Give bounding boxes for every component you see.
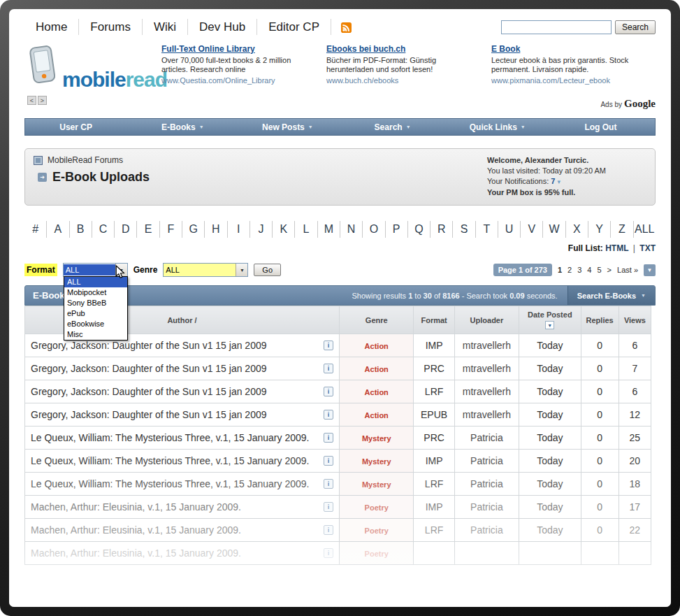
page-number-link[interactable]: 3: [577, 266, 581, 274]
sort-descending-icon[interactable]: ▼: [545, 321, 554, 329]
ad-url-link[interactable]: www.pixmania.com/Lecteur_ebook: [491, 76, 610, 85]
ad-url-link[interactable]: www.Questia.com/Online_Library: [161, 76, 275, 85]
menu-item[interactable]: Log Out: [550, 119, 655, 135]
menu-item[interactable]: Search ▼: [340, 119, 445, 135]
go-button[interactable]: Go: [254, 264, 281, 276]
format-option[interactable]: Misc: [64, 329, 127, 340]
uploader-link[interactable]: mtravellerh: [463, 363, 511, 374]
ad-pager-prev-button[interactable]: <: [27, 96, 36, 105]
full-list-html-link[interactable]: HTML: [605, 243, 628, 253]
format-option[interactable]: eBookwise: [64, 319, 127, 329]
alphabet-link[interactable]: Q: [408, 221, 431, 238]
notifications-link[interactable]: 7: [551, 177, 555, 185]
alphabet-link[interactable]: Y: [588, 221, 611, 238]
alphabet-link[interactable]: U: [498, 221, 521, 238]
alphabet-link[interactable]: W: [543, 221, 565, 238]
alphabet-link[interactable]: J: [250, 221, 273, 238]
book-title-link[interactable]: Machen, Arthur: Eleusinia, v.1, 15 Janua…: [31, 501, 318, 513]
book-title-link[interactable]: Gregory, Jackson: Daughter of the Sun v1…: [31, 339, 318, 352]
alphabet-link[interactable]: C: [92, 221, 115, 238]
book-title-link[interactable]: Gregory, Jackson: Daughter of the Sun v1…: [31, 385, 318, 398]
alphabet-link[interactable]: G: [182, 221, 205, 238]
alphabet-link[interactable]: P: [386, 221, 408, 238]
book-title-link[interactable]: Gregory, Jackson: Daughter of the Sun v1…: [31, 408, 318, 421]
top-nav-link[interactable]: Wiki: [143, 19, 188, 35]
page-number-link[interactable]: 2: [567, 266, 572, 274]
ad-url-link[interactable]: www.buch.ch/ebooks: [326, 76, 398, 85]
alphabet-link[interactable]: F: [160, 221, 182, 238]
alphabet-link[interactable]: R: [431, 221, 453, 238]
uploader-link[interactable]: Patricia: [470, 501, 503, 513]
alphabet-link[interactable]: K: [273, 221, 295, 238]
alphabet-link[interactable]: A: [47, 221, 69, 238]
alphabet-link[interactable]: #: [24, 221, 47, 238]
ad-title-link[interactable]: Ebooks bei buch.ch: [326, 44, 405, 54]
site-logo[interactable]: mobileread < >: [24, 44, 161, 107]
info-icon[interactable]: i: [324, 410, 333, 420]
ad-title-link[interactable]: Full-Text Online Library: [161, 44, 255, 54]
uploader-link[interactable]: mtravellerh: [463, 340, 511, 351]
alphabet-link[interactable]: T: [476, 221, 498, 238]
info-icon[interactable]: i: [324, 479, 333, 489]
book-title-link[interactable]: Machen, Arthur: Eleusinia, v.1, 15 Janua…: [31, 524, 318, 536]
uploader-link[interactable]: mtravellerh: [463, 386, 511, 397]
alphabet-link[interactable]: I: [228, 221, 250, 238]
alphabet-link[interactable]: L: [295, 221, 317, 238]
top-nav-link[interactable]: Dev Hub: [188, 19, 257, 35]
info-icon[interactable]: i: [324, 548, 333, 558]
alphabet-link[interactable]: N: [340, 221, 363, 238]
format-option[interactable]: ePub: [64, 308, 127, 319]
alphabet-link[interactable]: B: [70, 221, 92, 238]
column-header-replies[interactable]: Replies: [581, 306, 618, 334]
dropdown-arrow-icon[interactable]: ▼: [236, 264, 247, 276]
alphabet-link[interactable]: E: [137, 221, 159, 238]
info-icon[interactable]: i: [324, 525, 333, 535]
full-list-txt-link[interactable]: TXT: [639, 243, 656, 253]
column-header-format[interactable]: Format: [414, 306, 454, 334]
search-input[interactable]: [501, 20, 612, 34]
info-icon[interactable]: i: [324, 341, 333, 350]
info-icon[interactable]: i: [324, 456, 333, 466]
page-number-link[interactable]: 5: [597, 266, 601, 274]
genre-select[interactable]: ALL ▼: [163, 263, 248, 277]
uploader-link[interactable]: Patricia: [470, 524, 503, 536]
alphabet-link[interactable]: O: [363, 221, 385, 238]
info-icon[interactable]: i: [324, 502, 333, 512]
page-number-link[interactable]: 4: [587, 266, 591, 274]
info-icon[interactable]: i: [324, 387, 333, 396]
alphabet-link[interactable]: Z: [611, 221, 633, 238]
info-icon[interactable]: i: [324, 433, 333, 443]
uploader-link[interactable]: mtravellerh: [463, 409, 511, 420]
alphabet-link[interactable]: ALL: [634, 221, 656, 238]
menu-item[interactable]: Quick Links ▼: [445, 119, 550, 135]
alphabet-link[interactable]: D: [115, 221, 137, 238]
alphabet-link[interactable]: S: [453, 221, 475, 238]
book-title-link[interactable]: Le Queux, William: The Mysterious Three,…: [31, 454, 318, 467]
alphabet-link[interactable]: H: [205, 221, 227, 238]
book-title-link[interactable]: Gregory, Jackson: Daughter of the Sun v1…: [31, 362, 318, 375]
menu-item[interactable]: New Posts ▼: [235, 119, 340, 135]
search-ebooks-button[interactable]: Search E-Books▼: [567, 286, 655, 305]
uploader-link[interactable]: Patricia: [470, 478, 503, 489]
ad-pager-next-button[interactable]: >: [38, 96, 47, 105]
column-header-genre[interactable]: Genre: [340, 306, 414, 334]
ad-title-link[interactable]: E Book: [491, 44, 520, 54]
format-option[interactable]: Mobipocket: [64, 287, 127, 298]
top-nav-link[interactable]: Editor CP: [257, 19, 331, 35]
alphabet-link[interactable]: M: [318, 221, 340, 238]
info-icon[interactable]: i: [324, 364, 333, 373]
alphabet-link[interactable]: X: [566, 221, 588, 238]
page-jump-dropdown[interactable]: ▼: [644, 264, 656, 276]
book-title-link[interactable]: Le Queux, William: The Mysterious Three,…: [31, 431, 318, 444]
ads-by-google-label[interactable]: Ads byGoogle: [600, 98, 656, 110]
column-header-uploader[interactable]: Uploader: [454, 306, 519, 334]
menu-item[interactable]: E-Books ▼: [130, 119, 235, 135]
uploader-link[interactable]: Patricia: [470, 432, 503, 443]
uploader-link[interactable]: Patricia: [470, 455, 503, 466]
search-button[interactable]: Search: [615, 20, 656, 34]
book-title-link[interactable]: Le Queux, William: The Mysterious Three,…: [31, 478, 318, 490]
alphabet-link[interactable]: V: [521, 221, 543, 238]
rss-feed-icon[interactable]: [341, 22, 352, 33]
last-page-link[interactable]: Last »: [617, 266, 638, 274]
notifications-icon[interactable]: ▾: [557, 178, 560, 185]
